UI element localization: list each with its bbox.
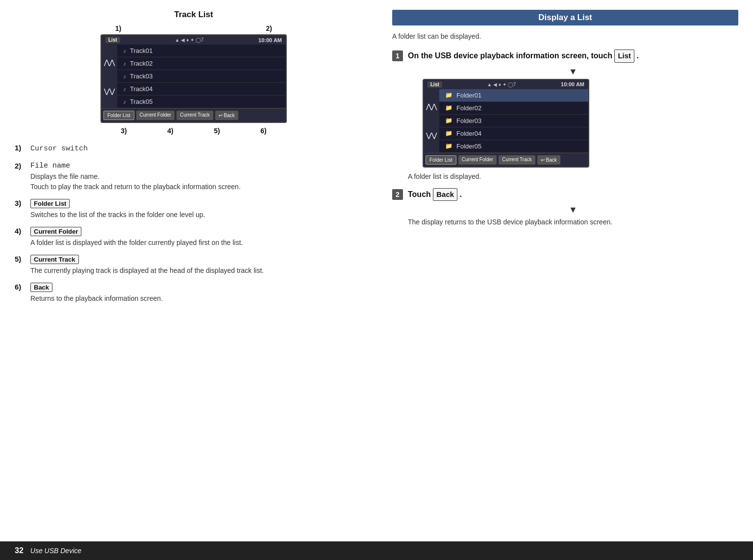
diagram-labels-top: 1) 2) bbox=[100, 24, 287, 32]
right-status-icons: ▲ ◀ ♦ ✦ ◯7 bbox=[487, 82, 516, 87]
section-title: Track List bbox=[15, 10, 373, 20]
right-scroll-down[interactable]: ⋁⋁ bbox=[424, 129, 439, 141]
diagram-container: 1) 2) List ▲ ◀ ♦ ✦ ◯7 10:00 AM ⋀⋀ bbox=[100, 24, 287, 135]
display-title: Display a List bbox=[392, 10, 738, 25]
instr-title-6: Back bbox=[30, 283, 373, 292]
page-footer: 32 Use USB Device bbox=[0, 541, 753, 560]
right-status-bar: List ▲ ◀ ♦ ✦ ◯7 10:00 AM bbox=[424, 80, 588, 89]
step-2-block: 2 Touch Back . ▼ The display returns to … bbox=[392, 188, 738, 226]
scroll-down-arrow[interactable]: ⋁⋁ bbox=[102, 85, 117, 97]
step-2-text: Touch Back . bbox=[408, 188, 738, 201]
right-column: Display a List A folder list can be disp… bbox=[387, 10, 738, 541]
arrow-down-2: ▼ bbox=[408, 205, 738, 215]
right-status-left: List bbox=[427, 81, 442, 88]
instr-text-5: The currently playing track is displayed… bbox=[30, 266, 373, 276]
instructions: 1) Cursor switch 2) File name Displays t… bbox=[15, 144, 373, 304]
track-list-area: ♪ Track01 ♪ Track02 ♪ Track03 bbox=[117, 45, 286, 108]
instr-num-2: 2) bbox=[15, 162, 26, 170]
right-current-folder-btn[interactable]: Current Folder bbox=[458, 155, 497, 165]
label-6: 6) bbox=[260, 127, 266, 135]
note-icon: ♪ bbox=[123, 48, 126, 54]
status-bar: List ▲ ◀ ♦ ✦ ◯7 10:00 AM bbox=[101, 35, 286, 45]
footer-page-num: 32 bbox=[15, 546, 24, 555]
label-3: 3) bbox=[121, 127, 126, 135]
folder-item[interactable]: 📁 Folder05 bbox=[439, 140, 588, 153]
status-left: List bbox=[105, 37, 120, 43]
instr-num-1: 1) bbox=[15, 144, 26, 152]
folder-item[interactable]: 📁 Folder03 bbox=[439, 115, 588, 127]
instr-content-6: Back Returns to the playback information… bbox=[30, 283, 373, 304]
track-item[interactable]: ♪ Track02 bbox=[117, 57, 286, 70]
main-content: Track List 1) 2) List ▲ ◀ ♦ ✦ ◯7 10:00 A… bbox=[0, 0, 753, 541]
note-icon: ♪ bbox=[123, 86, 126, 93]
folder-icon: 📁 bbox=[445, 130, 452, 137]
track-name: Track04 bbox=[130, 85, 152, 93]
scroll-up-arrow[interactable]: ⋀⋀ bbox=[102, 56, 117, 68]
instruction-2: 2) File name Displays the file name. Tou… bbox=[15, 162, 373, 192]
track-item[interactable]: ♪ Track01 bbox=[117, 45, 286, 57]
instr-text-4: A folder list is displayed with the fold… bbox=[30, 238, 373, 248]
note-icon: ♪ bbox=[123, 60, 126, 67]
track-item[interactable]: ♪ Track03 bbox=[117, 70, 286, 83]
current-folder-label: Current Folder bbox=[30, 227, 81, 236]
track-item[interactable]: ♪ Track04 bbox=[117, 83, 286, 96]
back-label: Back bbox=[30, 283, 52, 292]
status-time: 10:00 AM bbox=[258, 37, 282, 43]
diagram-labels-bottom: 3) 4) 5) 6) bbox=[100, 124, 287, 135]
track-name: Track01 bbox=[130, 47, 152, 54]
instr-num-4: 4) bbox=[15, 227, 26, 235]
step-1-content: On the USB device playback information s… bbox=[408, 49, 738, 180]
scroll-arrows: ⋀⋀ ⋁⋁ bbox=[101, 45, 117, 108]
step-1-text: On the USB device playback information s… bbox=[408, 49, 738, 63]
label-2: 2) bbox=[266, 24, 272, 32]
current-track-label: Current Track bbox=[30, 255, 79, 264]
folder-item[interactable]: 📁 Folder04 bbox=[439, 127, 588, 140]
instr-text-6: Returns to the playback information scre… bbox=[30, 293, 373, 304]
status-icons: ▲ ◀ ♦ ✦ ◯7 bbox=[175, 37, 204, 43]
instruction-3: 3) Folder List Switches to the list of t… bbox=[15, 199, 373, 220]
track-list-screen: List ▲ ◀ ♦ ✦ ◯7 10:00 AM ⋀⋀ ⋁⋁ ♪ bbox=[100, 34, 287, 123]
track-item[interactable]: ♪ Track05 bbox=[117, 96, 286, 108]
instr-title-4: Current Folder bbox=[30, 227, 373, 236]
folder-name: Folder04 bbox=[456, 130, 481, 137]
right-list-status-btn[interactable]: List bbox=[427, 81, 442, 88]
track-name: Track05 bbox=[130, 98, 152, 105]
current-folder-btn[interactable]: Current Folder bbox=[136, 111, 175, 120]
current-track-btn[interactable]: Current Track bbox=[176, 111, 213, 120]
folder-name: Folder01 bbox=[456, 92, 481, 99]
folder-name: Folder03 bbox=[456, 117, 481, 124]
screen-btn-bar: Folder List Current Folder Current Track… bbox=[101, 108, 286, 122]
folder-name: Folder02 bbox=[456, 104, 481, 112]
folder-icon: 📁 bbox=[445, 92, 452, 98]
back-btn[interactable]: ↩ Back bbox=[215, 111, 238, 120]
instr-content-4: Current Folder A folder list is displaye… bbox=[30, 227, 373, 248]
folder-icon: 📁 bbox=[445, 104, 452, 111]
note-icon: ♪ bbox=[123, 73, 126, 80]
page-container: Track List 1) 2) List ▲ ◀ ♦ ✦ ◯7 10:00 A… bbox=[0, 0, 753, 560]
right-device-screen: List ▲ ◀ ♦ ✦ ◯7 10:00 AM ⋀⋀ ⋁⋁ bbox=[423, 79, 589, 168]
instr-text-2a: Displays the file name. bbox=[30, 171, 373, 182]
list-status-btn[interactable]: List bbox=[105, 37, 120, 43]
instr-text-1: Cursor switch bbox=[30, 145, 88, 153]
track-name: Track03 bbox=[130, 73, 152, 80]
label-5: 5) bbox=[214, 127, 220, 135]
right-back-btn[interactable]: ↩ Back bbox=[537, 155, 560, 165]
instruction-6: 6) Back Returns to the playback informat… bbox=[15, 283, 373, 304]
folder-item[interactable]: 📁 Folder02 bbox=[439, 102, 588, 115]
right-scroll-up[interactable]: ⋀⋀ bbox=[424, 100, 439, 112]
instr-title-3: Folder List bbox=[30, 199, 373, 208]
instruction-1: 1) Cursor switch bbox=[15, 144, 373, 155]
right-current-track-btn[interactable]: Current Track bbox=[499, 155, 535, 165]
right-scroll-arrows: ⋀⋀ ⋁⋁ bbox=[424, 89, 439, 153]
right-status-time: 10:00 AM bbox=[561, 81, 584, 87]
instruction-4: 4) Current Folder A folder list is displ… bbox=[15, 227, 373, 248]
instr-content-2: File name Displays the file name. Touch … bbox=[30, 162, 373, 192]
right-folder-list-btn[interactable]: Folder List bbox=[426, 155, 456, 165]
step-1-block: 1 On the USB device playback information… bbox=[392, 49, 738, 180]
screen-body: ⋀⋀ ⋁⋁ ♪ Track01 ♪ Track02 bbox=[101, 45, 286, 108]
label-1: 1) bbox=[115, 24, 121, 32]
step-2-after-text: The display returns to the USB device pl… bbox=[408, 218, 738, 226]
folder-item[interactable]: 📁 Folder01 bbox=[439, 89, 588, 102]
folder-list-btn[interactable]: Folder List bbox=[103, 111, 134, 120]
step-2-num: 2 bbox=[392, 189, 403, 200]
